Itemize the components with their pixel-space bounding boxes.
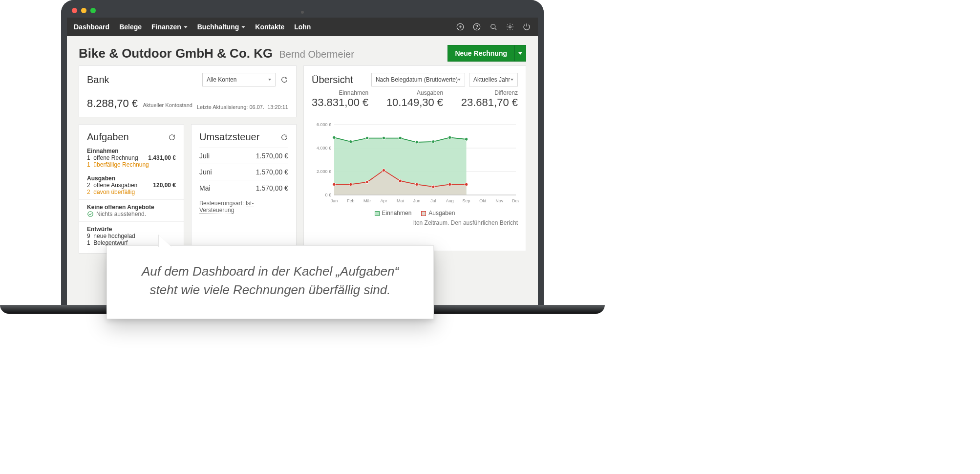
search-icon[interactable]	[489, 22, 498, 31]
svg-point-34	[465, 138, 468, 141]
new-invoice-dropdown[interactable]	[514, 45, 526, 62]
svg-text:Jul: Jul	[430, 198, 436, 203]
svg-text:Jan: Jan	[331, 198, 338, 203]
svg-point-43	[465, 183, 468, 186]
vat-row[interactable]: Juli1.570,00 €	[199, 148, 288, 164]
svg-point-36	[349, 183, 352, 186]
svg-text:Sep: Sep	[463, 198, 470, 203]
svg-point-30	[399, 136, 402, 139]
svg-text:Okt: Okt	[479, 198, 487, 203]
nav-buchhaltung[interactable]: Buchhaltung	[197, 23, 246, 31]
svg-point-2	[477, 28, 477, 29]
chevron-down-icon	[184, 26, 188, 28]
kpi-einnahmen: Einnahmen 33.831,00 €	[312, 89, 368, 109]
overview-period-selector[interactable]: Aktuelles Jahr	[469, 73, 518, 86]
svg-point-31	[415, 141, 418, 144]
svg-point-29	[382, 136, 385, 139]
chevron-down-icon	[268, 79, 271, 81]
tasks-ausgaben-h: Ausgaben	[87, 175, 176, 182]
nav-lohn[interactable]: Lohn	[294, 23, 311, 31]
chevron-down-icon	[518, 52, 522, 55]
chart-legend: Einnahmen Ausgaben	[312, 210, 518, 216]
task-row[interactable]: 1 offene Rechnung 1.431,00 €	[87, 154, 176, 161]
nav-kontakte[interactable]: Kontakte	[255, 23, 284, 31]
overview-footer-text: lten Zeitraum. Den ausführlichen Bericht	[312, 219, 518, 226]
svg-point-4	[509, 26, 511, 28]
svg-text:Apr: Apr	[380, 198, 387, 203]
svg-point-26	[333, 136, 336, 139]
overview-card: Übersicht Nach Belegdatum (Bruttowerte) …	[303, 65, 526, 251]
vat-row[interactable]: Juni1.570,00 €	[199, 164, 288, 180]
svg-point-35	[333, 183, 336, 186]
chevron-down-icon	[241, 26, 245, 28]
legend-swatch-ausgaben	[421, 211, 426, 216]
vat-row[interactable]: Mai1.570,00 €	[199, 180, 288, 196]
user-name: Bernd Obermeier	[279, 49, 354, 60]
svg-text:6.000 €: 6.000 €	[317, 122, 331, 127]
svg-text:Dez: Dez	[512, 198, 519, 203]
chevron-down-icon	[511, 79, 513, 81]
svg-point-27	[349, 140, 352, 143]
svg-point-3	[491, 24, 495, 29]
svg-text:Feb: Feb	[347, 198, 355, 203]
svg-text:4.000 €: 4.000 €	[317, 146, 331, 151]
tasks-none-offers: Keine offenen Angebote	[87, 204, 176, 211]
task-row-overdue[interactable]: 1 überfällige Rechnung	[87, 161, 176, 168]
svg-point-42	[448, 183, 451, 186]
info-callout-bubble: Auf dem Dashboard in der Kachel „Aufgabe…	[107, 245, 434, 319]
macos-traffic-lights	[72, 8, 96, 13]
bank-balance-sub: Aktueller Kontostand	[143, 102, 192, 108]
overview-basis-selector[interactable]: Nach Belegdatum (Bruttowerte)	[371, 73, 465, 86]
svg-text:Jun: Jun	[413, 198, 421, 203]
tasks-drafts-h: Entwürfe	[87, 226, 176, 233]
kpi-differenz: Differenz 23.681,70 €	[461, 89, 518, 109]
nav-belege[interactable]: Belege	[119, 23, 142, 31]
zoom-dot[interactable]	[90, 8, 96, 13]
bank-balance: 8.288,70 €	[87, 97, 138, 109]
kpi-ausgaben: Ausgaben 10.149,30 €	[386, 89, 443, 109]
bank-title: Bank	[87, 74, 109, 86]
svg-point-41	[432, 185, 435, 188]
account-selector[interactable]: Alle Konten	[202, 73, 276, 86]
gear-icon[interactable]	[506, 22, 514, 31]
help-icon[interactable]	[472, 22, 481, 31]
nav-finanzen[interactable]: Finanzen	[151, 23, 188, 31]
vat-card: Umsatzsteuer Juli1.570,00 € Juni1.570,00…	[191, 124, 297, 254]
svg-point-38	[382, 169, 385, 172]
svg-text:0 €: 0 €	[325, 193, 331, 197]
plus-circle-icon[interactable]	[456, 22, 465, 31]
svg-text:Mär: Mär	[363, 198, 371, 203]
tasks-title: Aufgaben	[87, 131, 129, 143]
nothing-pending: Nichts ausstehend.	[87, 211, 176, 217]
svg-text:Nov: Nov	[495, 198, 504, 203]
nav-dashboard[interactable]: Dashboard	[74, 23, 109, 31]
svg-point-33	[448, 136, 451, 139]
power-icon[interactable]	[522, 22, 531, 31]
refresh-icon[interactable]	[280, 76, 288, 84]
bank-last-update: Letzte Aktualisierung: 06.07. 13:20:11	[197, 104, 288, 110]
tasks-einnahmen-h: Einnahmen	[87, 148, 176, 154]
new-invoice-button[interactable]: Neue Rechnung	[447, 45, 514, 62]
top-nav: Dashboard Belege Finanzen Buchhaltung Ko…	[67, 18, 538, 36]
svg-point-28	[365, 136, 368, 139]
chevron-down-icon	[458, 79, 461, 81]
svg-text:Mai: Mai	[397, 198, 404, 203]
company-title: Bike & Outdoor GmbH & Co. KG Bernd Oberm…	[79, 46, 354, 61]
task-row[interactable]: 2 offene Ausgaben 120,00 €	[87, 182, 176, 189]
check-circle-icon	[87, 211, 94, 217]
refresh-icon[interactable]	[168, 133, 176, 141]
svg-text:2.000 €: 2.000 €	[317, 169, 331, 174]
bank-card: Bank Alle Konten 8.288,7	[79, 65, 297, 117]
task-row-overdue[interactable]: 2 davon überfällig	[87, 189, 176, 195]
vat-title: Umsatzsteuer	[199, 131, 259, 143]
new-invoice-split-button[interactable]: Neue Rechnung	[447, 45, 526, 62]
vat-taxation-mode: Besteuerungsart: Ist-Versteuerung	[199, 200, 288, 214]
svg-point-5	[88, 212, 93, 217]
svg-point-40	[415, 183, 418, 186]
refresh-icon[interactable]	[280, 133, 288, 141]
close-dot[interactable]	[72, 8, 77, 13]
svg-point-37	[365, 180, 368, 183]
svg-point-32	[432, 140, 435, 143]
overview-title: Übersicht	[312, 74, 353, 86]
minimize-dot[interactable]	[81, 8, 86, 13]
